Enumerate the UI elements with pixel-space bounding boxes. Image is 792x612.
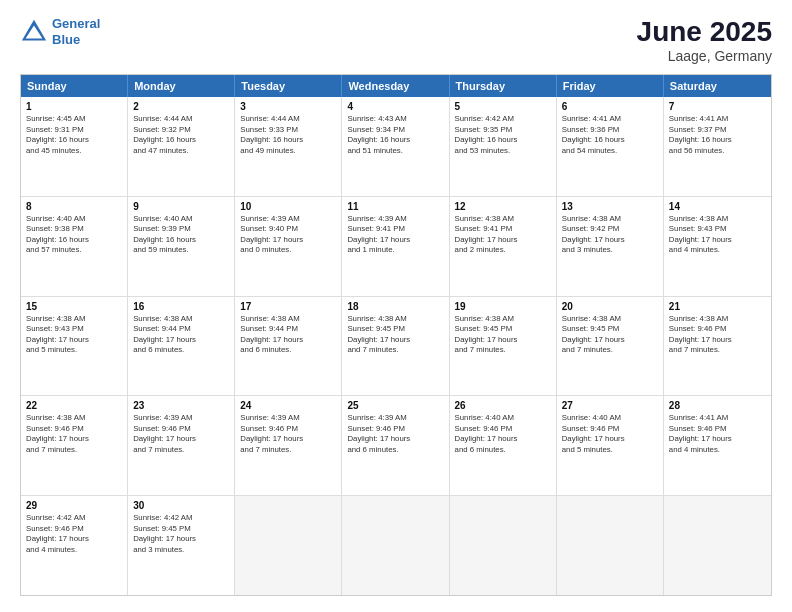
cal-row-2: 15Sunrise: 4:38 AM Sunset: 9:43 PM Dayli…: [21, 296, 771, 396]
day-info: Sunrise: 4:43 AM Sunset: 9:34 PM Dayligh…: [347, 114, 443, 156]
calendar: Sunday Monday Tuesday Wednesday Thursday…: [20, 74, 772, 596]
header: General Blue June 2025 Laage, Germany: [20, 16, 772, 64]
title-month: June 2025: [637, 16, 772, 48]
day-info: Sunrise: 4:42 AM Sunset: 9:45 PM Dayligh…: [133, 513, 229, 555]
day-info: Sunrise: 4:38 AM Sunset: 9:41 PM Dayligh…: [455, 214, 551, 256]
cal-cell-4-1: 30Sunrise: 4:42 AM Sunset: 9:45 PM Dayli…: [128, 496, 235, 595]
day-number: 3: [240, 101, 336, 112]
cal-cell-0-6: 7Sunrise: 4:41 AM Sunset: 9:37 PM Daylig…: [664, 97, 771, 196]
cal-cell-1-0: 8Sunrise: 4:40 AM Sunset: 9:38 PM Daylig…: [21, 197, 128, 296]
calendar-header: Sunday Monday Tuesday Wednesday Thursday…: [21, 75, 771, 97]
day-number: 20: [562, 301, 658, 312]
day-info: Sunrise: 4:38 AM Sunset: 9:46 PM Dayligh…: [26, 413, 122, 455]
day-number: 25: [347, 400, 443, 411]
day-number: 2: [133, 101, 229, 112]
logo-line1: General: [52, 16, 100, 32]
cal-row-0: 1Sunrise: 4:45 AM Sunset: 9:31 PM Daylig…: [21, 97, 771, 196]
day-number: 29: [26, 500, 122, 511]
day-info: Sunrise: 4:41 AM Sunset: 9:46 PM Dayligh…: [669, 413, 766, 455]
day-number: 12: [455, 201, 551, 212]
title-block: June 2025 Laage, Germany: [637, 16, 772, 64]
day-info: Sunrise: 4:39 AM Sunset: 9:46 PM Dayligh…: [133, 413, 229, 455]
cal-cell-0-1: 2Sunrise: 4:44 AM Sunset: 9:32 PM Daylig…: [128, 97, 235, 196]
day-info: Sunrise: 4:38 AM Sunset: 9:42 PM Dayligh…: [562, 214, 658, 256]
day-number: 5: [455, 101, 551, 112]
day-number: 16: [133, 301, 229, 312]
day-info: Sunrise: 4:41 AM Sunset: 9:36 PM Dayligh…: [562, 114, 658, 156]
cal-cell-0-4: 5Sunrise: 4:42 AM Sunset: 9:35 PM Daylig…: [450, 97, 557, 196]
day-info: Sunrise: 4:38 AM Sunset: 9:44 PM Dayligh…: [133, 314, 229, 356]
cal-row-3: 22Sunrise: 4:38 AM Sunset: 9:46 PM Dayli…: [21, 395, 771, 495]
cal-cell-3-6: 28Sunrise: 4:41 AM Sunset: 9:46 PM Dayli…: [664, 396, 771, 495]
weekday-wednesday: Wednesday: [342, 75, 449, 97]
day-number: 4: [347, 101, 443, 112]
day-number: 17: [240, 301, 336, 312]
cal-cell-0-2: 3Sunrise: 4:44 AM Sunset: 9:33 PM Daylig…: [235, 97, 342, 196]
logo-text: General Blue: [52, 16, 100, 47]
day-number: 10: [240, 201, 336, 212]
weekday-friday: Friday: [557, 75, 664, 97]
cal-cell-3-1: 23Sunrise: 4:39 AM Sunset: 9:46 PM Dayli…: [128, 396, 235, 495]
cal-cell-3-4: 26Sunrise: 4:40 AM Sunset: 9:46 PM Dayli…: [450, 396, 557, 495]
day-number: 22: [26, 400, 122, 411]
day-info: Sunrise: 4:38 AM Sunset: 9:45 PM Dayligh…: [347, 314, 443, 356]
day-info: Sunrise: 4:39 AM Sunset: 9:46 PM Dayligh…: [240, 413, 336, 455]
day-info: Sunrise: 4:38 AM Sunset: 9:43 PM Dayligh…: [669, 214, 766, 256]
day-number: 9: [133, 201, 229, 212]
cal-cell-3-0: 22Sunrise: 4:38 AM Sunset: 9:46 PM Dayli…: [21, 396, 128, 495]
logo: General Blue: [20, 16, 100, 47]
cal-cell-1-3: 11Sunrise: 4:39 AM Sunset: 9:41 PM Dayli…: [342, 197, 449, 296]
cal-cell-3-3: 25Sunrise: 4:39 AM Sunset: 9:46 PM Dayli…: [342, 396, 449, 495]
cal-cell-4-3: [342, 496, 449, 595]
cal-cell-4-4: [450, 496, 557, 595]
calendar-body: 1Sunrise: 4:45 AM Sunset: 9:31 PM Daylig…: [21, 97, 771, 595]
cal-cell-1-5: 13Sunrise: 4:38 AM Sunset: 9:42 PM Dayli…: [557, 197, 664, 296]
weekday-saturday: Saturday: [664, 75, 771, 97]
day-info: Sunrise: 4:42 AM Sunset: 9:35 PM Dayligh…: [455, 114, 551, 156]
day-info: Sunrise: 4:40 AM Sunset: 9:46 PM Dayligh…: [562, 413, 658, 455]
day-number: 18: [347, 301, 443, 312]
day-number: 24: [240, 400, 336, 411]
day-number: 30: [133, 500, 229, 511]
day-number: 15: [26, 301, 122, 312]
cal-cell-3-5: 27Sunrise: 4:40 AM Sunset: 9:46 PM Dayli…: [557, 396, 664, 495]
day-info: Sunrise: 4:40 AM Sunset: 9:38 PM Dayligh…: [26, 214, 122, 256]
cal-cell-2-2: 17Sunrise: 4:38 AM Sunset: 9:44 PM Dayli…: [235, 297, 342, 396]
day-info: Sunrise: 4:38 AM Sunset: 9:43 PM Dayligh…: [26, 314, 122, 356]
cal-row-1: 8Sunrise: 4:40 AM Sunset: 9:38 PM Daylig…: [21, 196, 771, 296]
day-number: 1: [26, 101, 122, 112]
day-info: Sunrise: 4:39 AM Sunset: 9:46 PM Dayligh…: [347, 413, 443, 455]
cal-cell-0-3: 4Sunrise: 4:43 AM Sunset: 9:34 PM Daylig…: [342, 97, 449, 196]
day-number: 14: [669, 201, 766, 212]
cal-cell-2-5: 20Sunrise: 4:38 AM Sunset: 9:45 PM Dayli…: [557, 297, 664, 396]
cal-cell-2-1: 16Sunrise: 4:38 AM Sunset: 9:44 PM Dayli…: [128, 297, 235, 396]
logo-icon: [20, 18, 48, 46]
day-number: 28: [669, 400, 766, 411]
day-info: Sunrise: 4:39 AM Sunset: 9:41 PM Dayligh…: [347, 214, 443, 256]
day-info: Sunrise: 4:38 AM Sunset: 9:45 PM Dayligh…: [455, 314, 551, 356]
day-info: Sunrise: 4:42 AM Sunset: 9:46 PM Dayligh…: [26, 513, 122, 555]
day-info: Sunrise: 4:45 AM Sunset: 9:31 PM Dayligh…: [26, 114, 122, 156]
weekday-thursday: Thursday: [450, 75, 557, 97]
cal-cell-4-5: [557, 496, 664, 595]
logo-line2: Blue: [52, 32, 100, 48]
cal-cell-1-4: 12Sunrise: 4:38 AM Sunset: 9:41 PM Dayli…: [450, 197, 557, 296]
day-info: Sunrise: 4:38 AM Sunset: 9:44 PM Dayligh…: [240, 314, 336, 356]
title-location: Laage, Germany: [637, 48, 772, 64]
cal-row-4: 29Sunrise: 4:42 AM Sunset: 9:46 PM Dayli…: [21, 495, 771, 595]
day-info: Sunrise: 4:38 AM Sunset: 9:45 PM Dayligh…: [562, 314, 658, 356]
day-number: 8: [26, 201, 122, 212]
day-number: 26: [455, 400, 551, 411]
cal-cell-4-6: [664, 496, 771, 595]
cal-cell-0-0: 1Sunrise: 4:45 AM Sunset: 9:31 PM Daylig…: [21, 97, 128, 196]
day-number: 11: [347, 201, 443, 212]
day-info: Sunrise: 4:38 AM Sunset: 9:46 PM Dayligh…: [669, 314, 766, 356]
cal-cell-1-2: 10Sunrise: 4:39 AM Sunset: 9:40 PM Dayli…: [235, 197, 342, 296]
day-number: 13: [562, 201, 658, 212]
day-number: 7: [669, 101, 766, 112]
cal-cell-4-2: [235, 496, 342, 595]
cal-cell-2-6: 21Sunrise: 4:38 AM Sunset: 9:46 PM Dayli…: [664, 297, 771, 396]
day-info: Sunrise: 4:44 AM Sunset: 9:32 PM Dayligh…: [133, 114, 229, 156]
cal-cell-4-0: 29Sunrise: 4:42 AM Sunset: 9:46 PM Dayli…: [21, 496, 128, 595]
cal-cell-0-5: 6Sunrise: 4:41 AM Sunset: 9:36 PM Daylig…: [557, 97, 664, 196]
